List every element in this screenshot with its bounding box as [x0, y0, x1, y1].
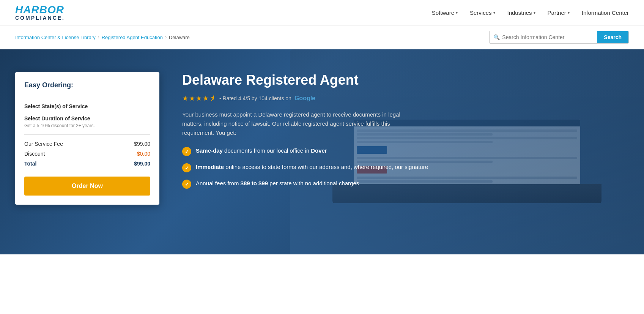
logo-harbor: HARBOR: [15, 5, 65, 15]
bullet-text-3: Annual fees from $89 to $99 per state wi…: [196, 179, 359, 188]
star-1: ★: [182, 94, 188, 103]
service-fee-value: $99.00: [134, 141, 150, 147]
order-card-title: Easy Ordering:: [24, 81, 150, 89]
order-discount-row: Discount -$0.00: [24, 151, 150, 157]
breadcrumb-link-info-center[interactable]: Information Center & License Library: [15, 35, 96, 40]
order-now-button[interactable]: Order Now: [24, 177, 150, 196]
hero-bullet-3: ✓ Annual fees from $89 to $99 per state …: [182, 179, 629, 189]
discount-note: Get a 5-10% discount for 2+ years.: [24, 123, 150, 128]
select-duration-field: Select Duration of Service Get a 5-10% d…: [24, 115, 150, 128]
bullet-check-icon-1: ✓: [182, 147, 191, 156]
nav-industries[interactable]: Industries ▾: [507, 9, 535, 16]
nav-software[interactable]: Software ▾: [432, 9, 458, 16]
hero-content: Delaware Registered Agent ★ ★ ★ ★ ⯨ - Ra…: [182, 72, 629, 189]
hero-title: Delaware Registered Agent: [182, 72, 629, 88]
nav-information-center[interactable]: Information Center: [582, 9, 629, 16]
total-value: $99.00: [134, 161, 150, 167]
site-header: HARBOR COMPLIANCE. Software ▾ Services ▾…: [0, 0, 644, 25]
search-button[interactable]: Search: [597, 31, 628, 43]
star-4: ★: [203, 94, 209, 103]
nav-partner[interactable]: Partner ▾: [548, 9, 570, 16]
bullet-check-icon-2: ✓: [182, 163, 191, 172]
chevron-down-icon: ▾: [456, 11, 458, 15]
total-label: Total: [24, 161, 36, 167]
search-icon: 🔍: [493, 34, 500, 40]
bullet-text-1: Same-day documents from our local office…: [196, 147, 327, 155]
logo[interactable]: HARBOR COMPLIANCE.: [15, 5, 65, 21]
service-fee-label: Our Service Fee: [24, 141, 63, 147]
breadcrumb-separator: ›: [165, 35, 167, 40]
order-total-row: Total $99.00: [24, 161, 150, 167]
discount-value: -$0.00: [135, 151, 150, 157]
hero-bullet-1: ✓ Same-day documents from our local offi…: [182, 147, 629, 156]
select-state-field[interactable]: Select State(s) of Service: [24, 103, 150, 109]
breadcrumb-current: Delaware: [169, 35, 190, 40]
search-input-wrapper: 🔍: [490, 32, 597, 43]
rating-text: - Rated 4.4/5 by 104 clients on: [219, 95, 291, 101]
star-2: ★: [189, 94, 195, 103]
star-half: ⯨: [209, 94, 216, 103]
nav-services[interactable]: Services ▾: [470, 9, 495, 16]
breadcrumb: Information Center & License Library › R…: [15, 35, 190, 40]
chevron-down-icon: ▾: [534, 11, 535, 15]
order-card: Easy Ordering: Select State(s) of Servic…: [15, 72, 159, 205]
chevron-down-icon: ▾: [568, 11, 570, 15]
star-3: ★: [196, 94, 202, 103]
chevron-down-icon: ▾: [493, 11, 495, 15]
search-input[interactable]: [502, 34, 593, 40]
logo-compliance: COMPLIANCE.: [15, 15, 65, 21]
breadcrumb-link-registered-agent[interactable]: Registered Agent Education: [102, 35, 163, 40]
hero-description: Your business must appoint a Delaware re…: [182, 110, 417, 137]
star-rating: ★ ★ ★ ★ ⯨: [182, 94, 216, 103]
hero-section: Easy Ordering: Select State(s) of Servic…: [0, 49, 644, 254]
main-nav: Software ▾ Services ▾ Industries ▾ Partn…: [432, 9, 629, 16]
order-divider: [24, 97, 150, 97]
bullet-check-icon-3: ✓: [182, 180, 191, 189]
breadcrumb-bar: Information Center & License Library › R…: [0, 25, 644, 49]
search-bar: 🔍 Search: [489, 31, 629, 44]
hero-bullet-2: ✓ Immediate online access to state forms…: [182, 163, 629, 172]
order-service-fee-row: Our Service Fee $99.00: [24, 141, 150, 147]
hero-bullets: ✓ Same-day documents from our local offi…: [182, 147, 629, 189]
order-divider-2: [24, 134, 150, 135]
breadcrumb-separator: ›: [98, 35, 99, 40]
google-link[interactable]: Google: [294, 95, 315, 102]
bullet-text-2: Immediate online access to state forms w…: [196, 163, 428, 172]
hero-rating: ★ ★ ★ ★ ⯨ - Rated 4.4/5 by 104 clients o…: [182, 94, 629, 103]
discount-label: Discount: [24, 151, 45, 157]
